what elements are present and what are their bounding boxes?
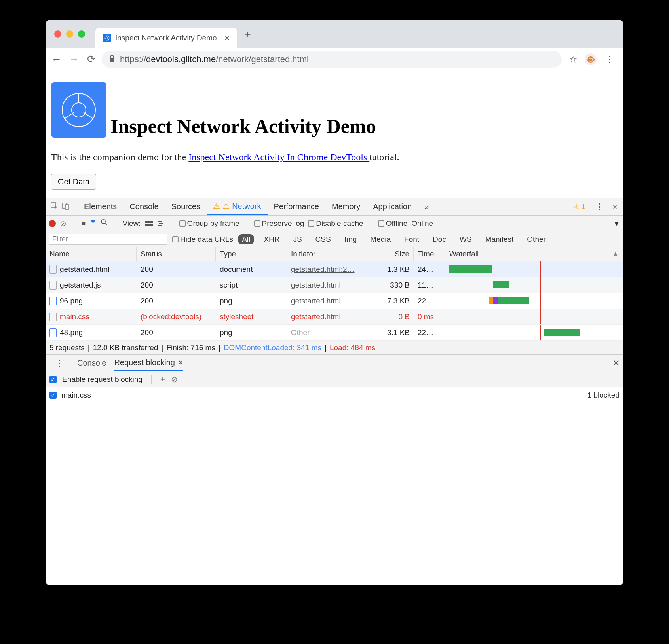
warning-badge[interactable]: ⚠ 1 xyxy=(573,203,585,211)
network-table-body: getstarted.html200documentgetstarted.htm… xyxy=(46,261,623,341)
network-row[interactable]: 48.png200pngOther3.1 KB22… xyxy=(46,325,623,341)
browser-window: Inspect Network Activity Demo ✕ + ← → ⟳ … xyxy=(46,20,623,585)
online-select[interactable]: Online xyxy=(411,219,433,228)
filter-type-ws[interactable]: WS xyxy=(456,234,476,244)
svg-rect-10 xyxy=(145,221,153,223)
filter-input[interactable] xyxy=(49,234,167,245)
add-pattern-button[interactable]: + xyxy=(160,374,165,385)
enable-blocking-label: Enable request blocking xyxy=(62,375,143,384)
devtools-tab-console[interactable]: Console xyxy=(123,198,165,215)
remove-all-patterns-button[interactable]: ⊘ xyxy=(171,375,178,384)
inspect-element-icon[interactable] xyxy=(49,202,60,212)
col-time[interactable]: Time xyxy=(414,247,445,261)
tab-title: Inspect Network Activity Demo xyxy=(115,34,217,42)
col-initiator[interactable]: Initiator xyxy=(287,247,366,261)
svg-point-1 xyxy=(106,37,108,39)
filter-type-doc[interactable]: Doc xyxy=(429,234,450,244)
hide-data-urls-checkbox[interactable]: Hide data URLs xyxy=(172,235,233,244)
filter-type-xhr[interactable]: XHR xyxy=(260,234,283,244)
page-logo-icon xyxy=(51,82,106,138)
network-row[interactable]: 96.png200pnggetstarted.html7.3 KB22… xyxy=(46,293,623,309)
filter-type-img[interactable]: Img xyxy=(340,234,361,244)
filter-type-manifest[interactable]: Manifest xyxy=(481,234,518,244)
filter-type-js[interactable]: JS xyxy=(289,234,306,244)
enable-blocking-checkbox[interactable]: ✓ xyxy=(49,376,57,383)
view-label: View: xyxy=(122,219,141,228)
devtools-tab-application[interactable]: Application xyxy=(367,198,418,215)
titlebar: Inspect Network Activity Demo ✕ + xyxy=(46,20,623,48)
drawer-close-button[interactable]: ✕ xyxy=(612,358,620,368)
group-by-frame-checkbox[interactable]: Group by frame xyxy=(179,219,239,228)
throttling-dropdown-icon[interactable]: ▼ xyxy=(613,219,620,228)
devtools-tab-elements[interactable]: Elements xyxy=(78,198,123,215)
close-window-button[interactable] xyxy=(54,30,61,38)
col-waterfall[interactable]: Waterfall▲ xyxy=(445,247,623,261)
network-row[interactable]: getstarted.html200documentgetstarted.htm… xyxy=(46,261,623,277)
blocking-pattern-row[interactable]: ✓main.css1 blocked xyxy=(46,387,623,403)
file-icon xyxy=(49,313,57,321)
get-data-button[interactable]: Get Data xyxy=(51,174,96,190)
device-toolbar-icon[interactable] xyxy=(60,202,71,212)
browser-menu-button[interactable]: ⋮ xyxy=(600,54,620,64)
network-row[interactable]: main.css(blocked:devtools)stylesheetgets… xyxy=(46,309,623,325)
back-button[interactable]: ← xyxy=(49,53,64,65)
screenshots-button[interactable]: ■ xyxy=(81,219,86,228)
col-status[interactable]: Status xyxy=(137,247,216,261)
network-summary: 5 requests | 12.0 KB transferred | Finis… xyxy=(46,341,623,355)
page-content: Inspect Network Activity Demo This is th… xyxy=(46,70,623,198)
col-type[interactable]: Type xyxy=(216,247,287,261)
filter-type-media[interactable]: Media xyxy=(366,234,395,244)
drawer-menu-button[interactable]: ⋮ xyxy=(49,358,69,368)
tutorial-link[interactable]: Inspect Network Activity In Chrome DevTo… xyxy=(188,152,369,162)
filter-type-css[interactable]: CSS xyxy=(312,234,335,244)
page-heading: Inspect Network Activity Demo xyxy=(110,115,376,138)
browser-tab[interactable]: Inspect Network Activity Demo ✕ xyxy=(95,28,237,48)
drawer-tabs: ⋮ ConsoleRequest blocking ✕ ✕ xyxy=(46,355,623,371)
maximize-window-button[interactable] xyxy=(78,30,85,38)
pattern-enabled-checkbox[interactable]: ✓ xyxy=(49,392,57,399)
network-table-header: Name Status Type Initiator Size Time Wat… xyxy=(46,247,623,261)
devtools-tab-sources[interactable]: Sources xyxy=(165,198,207,215)
filter-type-all[interactable]: All xyxy=(238,234,254,244)
filter-toggle-button[interactable] xyxy=(89,219,97,228)
bookmark-button[interactable]: ☆ xyxy=(569,54,578,65)
preserve-log-checkbox[interactable]: Preserve log xyxy=(254,219,304,228)
search-button[interactable] xyxy=(101,219,108,228)
reload-button[interactable]: ⟳ xyxy=(84,53,99,65)
disable-cache-checkbox[interactable]: Disable cache xyxy=(308,219,363,228)
new-tab-button[interactable]: + xyxy=(245,28,251,40)
devtools-tab-network[interactable]: ⚠Network xyxy=(207,198,267,215)
address-bar[interactable]: https://devtools.glitch.me/network/getst… xyxy=(102,51,562,68)
network-filter-bar: Hide data URLs AllXHRJSCSSImgMediaFontDo… xyxy=(46,231,623,247)
devtools-tab-performance[interactable]: Performance xyxy=(268,198,326,215)
view-large-icon[interactable] xyxy=(145,220,153,227)
col-name[interactable]: Name xyxy=(46,247,137,261)
offline-checkbox[interactable]: Offline xyxy=(378,219,408,228)
minimize-window-button[interactable] xyxy=(66,30,73,38)
devtools-panel: ElementsConsoleSources⚠NetworkPerformanc… xyxy=(46,198,623,585)
blocking-patterns-list: ✓main.css1 blocked xyxy=(46,387,623,403)
view-waterfall-icon[interactable] xyxy=(157,220,165,227)
forward-button[interactable]: → xyxy=(67,53,81,65)
file-icon xyxy=(49,297,57,305)
drawer-tab-console[interactable]: Console xyxy=(77,355,106,371)
record-button[interactable] xyxy=(49,220,56,227)
svg-rect-11 xyxy=(145,224,153,226)
filter-type-other[interactable]: Other xyxy=(523,234,550,244)
network-toolbar: ⊘ ■ View: Group by frame Preserve log Di… xyxy=(46,216,623,231)
devtools-tab-memory[interactable]: Memory xyxy=(325,198,367,215)
request-blocking-toolbar: ✓ Enable request blocking + ⊘ xyxy=(46,371,623,387)
drawer-tab-request-blocking[interactable]: Request blocking ✕ xyxy=(114,355,183,371)
tabs-overflow-button[interactable]: » xyxy=(418,198,435,215)
clear-button[interactable]: ⊘ xyxy=(60,219,67,228)
tab-close-button[interactable]: ✕ xyxy=(224,34,230,42)
browser-toolbar: ← → ⟳ https://devtools.glitch.me/network… xyxy=(46,48,623,70)
devtools-close-button[interactable]: ✕ xyxy=(609,203,620,211)
profile-avatar[interactable]: 🐵 xyxy=(585,53,597,65)
svg-rect-13 xyxy=(159,223,163,224)
network-row[interactable]: getstarted.js200scriptgetstarted.html330… xyxy=(46,277,623,293)
devtools-tabs: ElementsConsoleSources⚠NetworkPerformanc… xyxy=(46,198,623,216)
col-size[interactable]: Size xyxy=(366,247,414,261)
devtools-menu-button[interactable]: ⋮ xyxy=(589,202,609,212)
filter-type-font[interactable]: Font xyxy=(400,234,423,244)
